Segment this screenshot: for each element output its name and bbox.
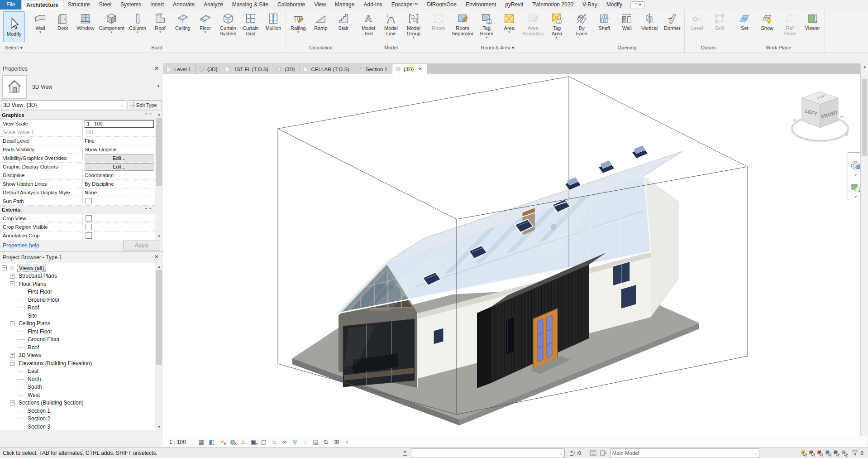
modify-button[interactable]: Modify xyxy=(3,11,25,42)
tree-item-elevations-building-elevation-[interactable]: −Elevations (Building Elevation) xyxy=(0,359,155,367)
reveal-hidden-icon[interactable]: ⚲ xyxy=(291,438,300,446)
tree-item-ground-floor[interactable]: Ground Floor xyxy=(0,336,155,344)
expand-icon[interactable]: + xyxy=(10,353,15,358)
collapse-icon[interactable]: − xyxy=(10,281,15,286)
property-section-header[interactable]: Graphics⌃⌃ xyxy=(0,111,155,120)
ribbon-button-model-line[interactable]: ModelLine xyxy=(380,10,402,39)
shaded-view-icon[interactable]: ◧ xyxy=(207,438,216,446)
collapse-icon[interactable]: − xyxy=(2,265,7,270)
chevron-down-icon[interactable]: ▼ xyxy=(848,195,860,199)
tree-item-ceiling-plans[interactable]: −Ceiling Plans xyxy=(0,320,155,328)
drawing-area[interactable]: TOP LEFT FRONT N E S W ⊗ ▼ xyxy=(163,74,860,436)
view-tab--3d-[interactable]: {3D} xyxy=(196,64,222,74)
menu-tab-dirootsone[interactable]: DiRootsOne xyxy=(423,0,461,10)
tree-item-ground-floor[interactable]: Ground Floor xyxy=(0,296,155,304)
checkbox[interactable] xyxy=(86,224,92,230)
menu-tab-architecture[interactable]: Architecture xyxy=(21,0,63,10)
ribbon-button-wall-open[interactable]: Wall xyxy=(615,10,638,34)
reveal-constraints-icon[interactable]: ⊞ xyxy=(332,438,341,446)
properties-help-link[interactable]: Properties help xyxy=(3,242,39,249)
ribbon-display-toggle-button[interactable]: ◠ ▾ xyxy=(630,1,645,9)
canvas-scrollbar[interactable]: ▲ xyxy=(860,63,868,436)
chevron-down-icon[interactable]: ▼ xyxy=(848,174,860,177)
scroll-up-icon[interactable]: ▲ xyxy=(156,111,162,118)
view-scale-input[interactable]: 1 : 100 xyxy=(85,120,154,128)
tab-close-icon[interactable]: ✕ xyxy=(418,66,422,72)
tree-item-structural-plans[interactable]: +Structural Plans xyxy=(0,272,155,280)
collapse-icon[interactable]: − xyxy=(10,400,15,405)
edit-type-button[interactable]: Edit Type xyxy=(128,100,162,110)
view-tab-level-1[interactable]: Level 1 xyxy=(163,64,196,74)
ribbon-button-ramp[interactable]: Ramp xyxy=(310,10,332,34)
menu-tab-pyrevit[interactable]: pyRevit xyxy=(501,0,528,10)
scroll-up-icon[interactable]: ▲ xyxy=(156,263,162,270)
menu-tab-add-ins[interactable]: Add-Ins xyxy=(359,0,386,10)
type-preview[interactable]: 3D View ▼ xyxy=(0,74,163,100)
background-processes-icon[interactable] xyxy=(841,449,849,457)
ribbon-button-column[interactable]: Column▾ xyxy=(126,10,149,34)
ribbon-button-floor[interactable]: Floor▾ xyxy=(194,10,217,34)
zoom-button[interactable] xyxy=(849,180,860,195)
ribbon-button-shaft[interactable]: Shaft xyxy=(593,10,615,34)
menu-tab-structure[interactable]: Structure xyxy=(63,0,95,10)
apply-button[interactable]: Apply xyxy=(123,241,160,251)
tree-item-section-2[interactable]: Section 2 xyxy=(0,415,155,423)
tree-item-floor-plans[interactable]: −Floor Plans xyxy=(0,280,155,288)
menu-tab-insert[interactable]: Insert xyxy=(146,0,168,10)
collapse-bar-icon[interactable]: ‹ xyxy=(343,438,352,446)
displace-elements-icon[interactable]: ⧉ xyxy=(322,438,331,446)
scroll-down-icon[interactable]: ▼ xyxy=(156,424,162,430)
select-links-icon[interactable] xyxy=(800,449,808,457)
ribbon-button-wall[interactable]: Wall▾ xyxy=(29,10,52,34)
collapse-icon[interactable]: ⌃⌃ xyxy=(144,113,153,117)
property-value[interactable]: Coordination xyxy=(83,171,155,179)
steering-wheel-button[interactable] xyxy=(849,158,860,174)
property-value[interactable]: 100 xyxy=(83,128,155,136)
annex-window[interactable] xyxy=(506,316,515,356)
ribbon-button-window[interactable]: Window xyxy=(74,10,97,34)
menu-tab-manage[interactable]: Manage xyxy=(330,0,359,10)
ribbon-button-roof[interactable]: Roof▾ xyxy=(149,10,172,34)
tree-item-first-floor[interactable]: First Floor xyxy=(0,328,155,336)
sun-path-off-icon[interactable]: ☀✕ xyxy=(218,438,227,446)
property-value[interactable]: By Discipline xyxy=(83,180,155,188)
crop-view-off-icon[interactable]: ▣✕ xyxy=(249,438,258,446)
ribbon-button-dormer[interactable]: Dormer xyxy=(661,10,683,34)
scroll-up-icon[interactable]: ▲ xyxy=(861,63,868,71)
ribbon-button-ceiling[interactable]: Ceiling xyxy=(172,10,194,34)
ribbon-button-show-plane[interactable]: Show xyxy=(756,10,778,34)
edit-button[interactable]: Edit... xyxy=(85,163,153,171)
property-value[interactable]: Fine xyxy=(83,137,155,145)
view-tab--3d-[interactable]: {3D}✕ xyxy=(392,64,428,74)
ribbon-button-component[interactable]: Component▾ xyxy=(97,10,126,34)
view-tab--3d-[interactable]: {3D} xyxy=(273,64,300,74)
ribbon-button-area[interactable]: Area▾ xyxy=(498,10,520,34)
tree-item-first-floor[interactable]: First Floor xyxy=(0,288,155,296)
ribbon-button-viewer[interactable]: Viewer xyxy=(801,10,824,34)
view-tab-cellar-t-o-s-[interactable]: CELLAR (T.O.S) xyxy=(300,64,354,74)
tree-item-3d-views[interactable]: +3D Views xyxy=(0,352,155,360)
menu-tab-analyze[interactable]: Analyze xyxy=(199,0,228,10)
menu-tab-collaborate[interactable]: Collaborate xyxy=(273,0,310,10)
checkbox[interactable] xyxy=(86,215,92,222)
menu-tab-modify[interactable]: Modify xyxy=(602,0,627,10)
photometric-lights-icon[interactable]: ♨ xyxy=(238,438,248,446)
scroll-down-icon[interactable]: ▼ xyxy=(156,233,162,240)
select-group-label[interactable]: Select ▾ xyxy=(1,43,27,53)
menu-tab-twinmotion-2020[interactable]: Twinmotion 2020 xyxy=(528,0,578,10)
ribbon-button-curtain-grid[interactable]: CurtainGrid xyxy=(239,10,262,39)
menu-tab-systems[interactable]: Systems xyxy=(116,0,146,10)
tree-item-west[interactable]: West xyxy=(0,391,155,399)
menu-tab-annotate[interactable]: Annotate xyxy=(168,0,199,10)
select-by-face-icon[interactable] xyxy=(825,449,833,457)
tree-item-roof[interactable]: Roof xyxy=(0,343,155,352)
filter-icon[interactable] xyxy=(851,449,859,457)
drag-on-selection-icon[interactable] xyxy=(833,449,841,457)
ribbon-button-vertical-open[interactable]: Vertical xyxy=(638,10,661,34)
visual-style-icon[interactable]: ▦ xyxy=(197,438,206,446)
menu-tab-enscape-[interactable]: Enscape™ xyxy=(387,0,423,10)
view-tab-section-1[interactable]: Section 1 xyxy=(354,64,392,74)
editing-requests-icon[interactable] xyxy=(568,449,577,457)
tree-item-section-1[interactable]: Section 1 xyxy=(0,407,155,415)
worksharing-display-icon[interactable]: ▤ xyxy=(311,438,320,446)
